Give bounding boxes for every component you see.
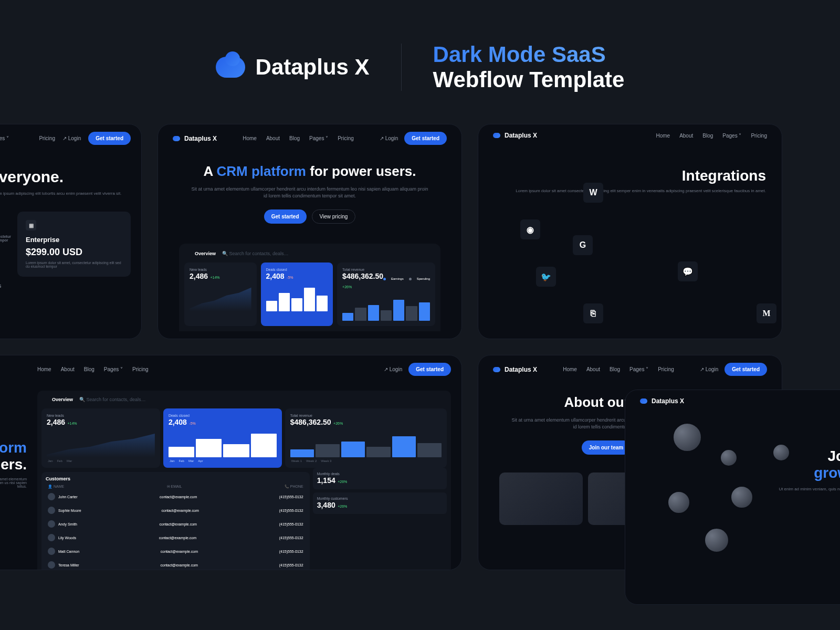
stat-deals-closed: Deals closed 2,408 -5% JanFebMarApr xyxy=(163,408,282,468)
divider xyxy=(401,44,402,91)
login-link[interactable]: ↗ Login xyxy=(62,135,81,141)
preview-card-dashboard[interactable]: form sers. Sit at urna amet elementum ar… xyxy=(0,355,462,570)
price-card-enterprise[interactable]: ▦ Enterprise $299.00 USD Lorem ipsum dol… xyxy=(17,212,131,277)
nav-home[interactable]: Home xyxy=(37,366,51,372)
stat-deals-closed: Deals closed 2,408 -5% xyxy=(261,262,333,326)
brand-name: Dataplus X xyxy=(256,55,370,80)
price-sd: SD xyxy=(0,222,11,232)
hero-desc: Sit at urna amet elementum ullamcorper h… xyxy=(190,186,430,200)
overview-label: Overview xyxy=(195,251,216,256)
nav-about[interactable]: About xyxy=(679,133,693,139)
cloud-icon xyxy=(493,367,500,372)
nav-home[interactable]: Home xyxy=(243,135,257,141)
features-partial: eatures xyxy=(0,277,141,289)
nav-pages[interactable]: Pages ˅ xyxy=(104,366,123,372)
title-desc: Sit at urna amet elementum arcu interdum… xyxy=(0,473,27,492)
nav-home[interactable]: Home xyxy=(563,366,577,372)
nav-pricing[interactable]: Pricing xyxy=(658,366,674,372)
cloud-icon xyxy=(173,136,180,141)
join-title-2: growing xyxy=(776,465,840,481)
integrations-title: Integrations xyxy=(478,146,782,188)
photo-placeholder xyxy=(499,472,583,525)
preview-card-home[interactable]: Dataplus X Home About Blog Pages ˅ Prici… xyxy=(158,124,462,339)
get-started-button[interactable]: Get started xyxy=(408,363,451,376)
brand-mini: Dataplus X xyxy=(505,366,537,373)
hero-title: A CRM platform for power users. xyxy=(190,163,430,181)
stat-new-leads: New leads 2,486 +14% JanFebMar xyxy=(41,408,160,468)
dashboard-mock: Overview 🔍 Search for contacts, deals… N… xyxy=(179,244,440,331)
join-desc: Ut enim ad minim veniam, quis nostrud co… xyxy=(776,487,840,496)
join-title-1: Join o xyxy=(776,448,840,465)
nav-pages[interactable]: Pages ˅ xyxy=(309,135,328,141)
nav-about[interactable]: About xyxy=(266,135,280,141)
plan-price: $299.00 USD xyxy=(26,247,122,258)
table-row[interactable]: Teresa Millercontact@example.com(415)555… xyxy=(46,558,306,570)
overview-label: Overview xyxy=(52,397,73,402)
search-input[interactable]: 🔍 Search for contacts, deals… xyxy=(79,397,146,402)
stat-new-leads: New leads 2,486 +14% xyxy=(184,262,257,326)
cta-join-team[interactable]: Join our team xyxy=(582,440,631,455)
get-started-button[interactable]: Get started xyxy=(724,363,767,376)
stat-monthly-deals: Monthly deals 1,154 +26% xyxy=(313,468,447,489)
nav-about[interactable]: About xyxy=(586,366,600,372)
login-link[interactable]: ↗ Login xyxy=(700,366,718,372)
tile-webflow[interactable]: W xyxy=(583,183,603,203)
login-link[interactable]: ↗ Login xyxy=(384,366,402,372)
nav-pages[interactable]: Pages ˅ xyxy=(629,366,648,372)
nav-home[interactable]: Home xyxy=(656,133,670,139)
customers-table: Customers 👤 NAME✉ EMAIL📞 PHONE John Cart… xyxy=(41,472,310,570)
title-partial-1: form xyxy=(0,439,27,456)
login-link[interactable]: ↗ Login xyxy=(380,135,398,141)
integrations-grid: W ◉ G 🐦 💬 ⎘ M xyxy=(478,198,782,324)
cta-view-pricing[interactable]: View pricing xyxy=(312,209,356,224)
table-row[interactable]: John Cartercontact@example.com(415)555-0… xyxy=(46,490,306,503)
nav-pages[interactable]: Pages ˅ xyxy=(722,133,741,139)
avatar xyxy=(673,423,702,452)
dashboard-detail: Overview 🔍 Search for contacts, deals… N… xyxy=(37,391,451,570)
cloud-icon xyxy=(640,398,647,404)
cta-get-started[interactable]: Get started xyxy=(264,209,307,224)
nav-pricing[interactable]: Pricing xyxy=(751,133,767,139)
nav-blog[interactable]: Blog xyxy=(610,366,620,372)
nav-pricing[interactable]: Pricing xyxy=(132,366,149,372)
nav-pages[interactable]: Pages ˅ xyxy=(0,135,9,141)
get-started-button[interactable]: Get started xyxy=(404,132,447,145)
nav-blog[interactable]: Blog xyxy=(702,133,713,139)
get-started-button[interactable]: Get started xyxy=(88,132,131,145)
hero-title-partial: everyone. xyxy=(0,152,141,191)
brand-mini: Dataplus X xyxy=(505,132,537,139)
brand-mini: Dataplus X xyxy=(184,135,217,142)
table-row[interactable]: Sophie Moorecontact@example.com(415)555-… xyxy=(46,503,306,517)
cloud-icon xyxy=(216,57,245,78)
tile-google[interactable]: G xyxy=(573,235,593,255)
table-row[interactable]: Andy Smithcontact@example.com(415)555-01… xyxy=(46,517,306,531)
tile-twitch[interactable]: ⎘ xyxy=(583,303,603,323)
nav-pricing[interactable]: Pricing xyxy=(39,135,55,141)
tile-medium[interactable]: M xyxy=(757,303,776,323)
avatar xyxy=(720,449,738,467)
stat-monthly-customers: Monthly customers 3,480 +26% xyxy=(313,492,447,514)
search-placeholder[interactable]: 🔍 Search for contacts, deals… xyxy=(222,251,289,256)
nav-pricing[interactable]: Pricing xyxy=(338,135,354,141)
chart-legend: Earnings Spending xyxy=(383,268,430,290)
nav-about[interactable]: About xyxy=(61,366,75,372)
brand-mini: Dataplus X xyxy=(652,397,684,405)
cloud-icon xyxy=(493,133,500,138)
tile-twitter[interactable]: 🐦 xyxy=(536,267,556,287)
plan-name: Enterprise xyxy=(26,236,122,244)
logo-block: Dataplus X xyxy=(216,55,370,80)
avatar xyxy=(667,491,690,514)
nav-blog[interactable]: Blog xyxy=(289,135,300,141)
tile-pinterest[interactable]: ◉ xyxy=(520,219,540,239)
tile-messenger[interactable]: 💬 xyxy=(678,261,698,281)
preview-card-careers[interactable]: Dataplus X Home Join o growing Ut enim a… xyxy=(625,390,840,605)
table-row[interactable]: Matt Cannoncontact@example.com(415)555-0… xyxy=(46,544,306,558)
preview-card-pricing[interactable]: Pages ˅ Pricing ↗ Login Get started ever… xyxy=(0,124,142,339)
avatar xyxy=(704,528,729,553)
hero-desc: Lorem ipsum adipiscing elit lobortis arc… xyxy=(0,191,141,196)
stat-total-revenue: Total revenue $486,362.50 +26% Earnings … xyxy=(337,262,435,326)
preview-card-integrations[interactable]: Dataplus X Home About Blog Pages ˅ Prici… xyxy=(478,124,782,339)
table-row[interactable]: Lily Woodscontact@example.com(415)555-01… xyxy=(46,531,306,544)
nav-blog[interactable]: Blog xyxy=(84,366,94,372)
headline: Dark Mode SaaS Webflow Template xyxy=(433,42,625,92)
